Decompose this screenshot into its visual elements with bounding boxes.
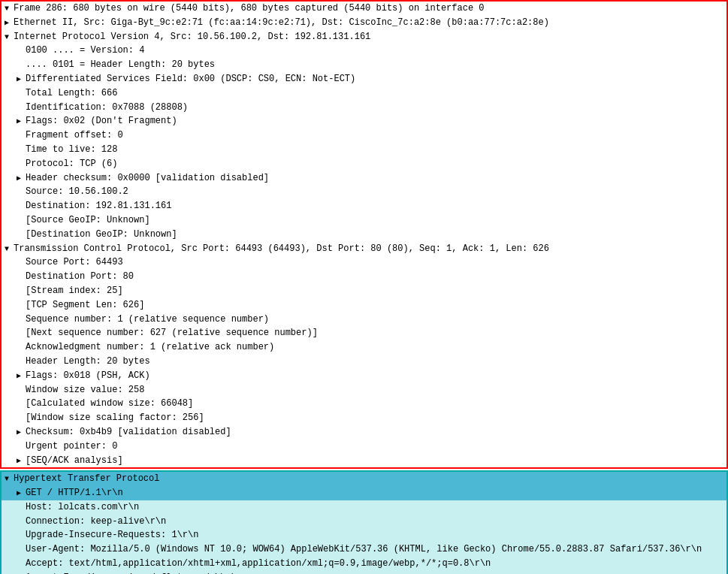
tcp-row[interactable]: Transmission Control Protocol, Src Port:… [2, 242, 726, 256]
tcp-window-scaling: [Window size scaling factor: 256] [2, 411, 726, 425]
ip-checksum-row[interactable]: Header checksum: 0x0000 [validation disa… [2, 171, 726, 186]
http-header-row[interactable]: Hypertext Transfer Protocol [2, 472, 726, 486]
ip-source: Source: 10.56.100.2 [2, 185, 726, 199]
ethernet-expand-arrow [5, 18, 14, 29]
ip-flags-arrow [17, 116, 26, 127]
tcp-flags-row[interactable]: Flags: 0x018 (PSH, ACK) [2, 369, 726, 383]
ip-total-length: Total Length: 666 [2, 86, 726, 101]
tcp-stream-index: [Stream index: 25] [2, 284, 726, 298]
http-section: Hypertext Transfer Protocol GET / HTTP/1… [0, 470, 728, 574]
frame-expand-arrow [5, 4, 14, 14]
tcp-dst-port: Destination Port: 80 [2, 270, 726, 284]
http-get-arrow [17, 488, 26, 499]
upper-section: Frame 286: 680 bytes on wire (5440 bits)… [0, 0, 728, 469]
tcp-expand-arrow [5, 244, 14, 255]
ip-dsf-row[interactable]: Differentiated Services Field: 0x00 (DSC… [2, 72, 726, 86]
ip-fragment-offset: Fragment offset: 0 [2, 128, 726, 143]
tcp-checksum-arrow [17, 427, 26, 438]
ip-src-geoip: [Source GeoIP: Unknown] [2, 213, 726, 228]
tcp-calc-window: [Calculated window size: 66048] [2, 397, 726, 411]
tcp-header-length: Header Length: 20 bytes [2, 355, 726, 369]
ethernet-row[interactable]: Ethernet II, Src: Giga-Byt_9c:e2:71 (fc:… [2, 16, 726, 30]
http-accept: Accept: text/html,application/xhtml+xml,… [2, 557, 726, 571]
ip-dst-geoip: [Destination GeoIP: Unknown] [2, 228, 726, 242]
tcp-src-port: Source Port: 64493 [2, 255, 726, 270]
http-connection: Connection: keep-alive\r\n [2, 515, 726, 529]
ip-destination: Destination: 192.81.131.161 [2, 199, 726, 213]
ip-header: Internet Protocol Version 4, Src: 10.56.… [14, 32, 370, 42]
ip-checksum-arrow [17, 174, 26, 184]
tcp-segment-len: [TCP Segment Len: 626] [2, 298, 726, 313]
ip-ttl: Time to live: 128 [2, 143, 726, 157]
http-header: Hypertext Transfer Protocol [14, 473, 159, 484]
tcp-next-seq: [Next sequence number: 627 (relative seq… [2, 326, 726, 340]
tcp-window-size: Window size value: 258 [2, 383, 726, 397]
ip-protocol: Protocol: TCP (6) [2, 157, 726, 171]
tcp-seq-ack-row[interactable]: [SEQ/ACK analysis] [2, 454, 726, 468]
http-host: Host: lolcats.com\r\n [2, 500, 726, 515]
ip-header-length: .... 0101 = Header Length: 20 bytes [2, 58, 726, 72]
tcp-seq-num: Sequence number: 1 (relative sequence nu… [2, 313, 726, 327]
ip-identification: Identification: 0x7088 (28808) [2, 101, 726, 115]
ip-expand-arrow [5, 32, 14, 43]
ethernet-header: Ethernet II, Src: Giga-Byt_9c:e2:71 (fc:… [14, 17, 549, 28]
ip-row[interactable]: Internet Protocol Version 4, Src: 10.56.… [2, 30, 726, 44]
ip-version: 0100 .... = Version: 4 [2, 44, 726, 58]
frame-header: Frame 286: 680 bytes on wire (5440 bits)… [14, 3, 485, 14]
tcp-urgent-ptr: Urgent pointer: 0 [2, 440, 726, 454]
tcp-checksum-row[interactable]: Checksum: 0xb4b9 [validation disabled] [2, 425, 726, 440]
frame-row[interactable]: Frame 286: 680 bytes on wire (5440 bits)… [2, 2, 726, 16]
http-accept-encoding: Accept-Encoding: gzip, deflate, sdch\r\n [2, 571, 726, 574]
tcp-ack-num: Acknowledgment number: 1 (relative ack n… [2, 340, 726, 355]
http-content: GET / HTTP/1.1\r\n Host: lolcats.com\r\n… [2, 486, 726, 574]
http-expand-arrow [5, 474, 14, 485]
tcp-flags-arrow [17, 371, 26, 382]
tcp-seq-ack-arrow [17, 456, 26, 467]
ip-dsf-arrow [17, 74, 26, 85]
http-upgrade-insecure: Upgrade-Insecure-Requests: 1\r\n [2, 528, 726, 542]
packet-detail[interactable]: Frame 286: 680 bytes on wire (5440 bits)… [0, 0, 728, 574]
http-user-agent: User-Agent: Mozilla/5.0 (Windows NT 10.0… [2, 542, 726, 557]
http-get-row[interactable]: GET / HTTP/1.1\r\n [2, 486, 726, 500]
tcp-header: Transmission Control Protocol, Src Port:… [14, 243, 549, 254]
ip-flags-row[interactable]: Flags: 0x02 (Don't Fragment) [2, 114, 726, 128]
